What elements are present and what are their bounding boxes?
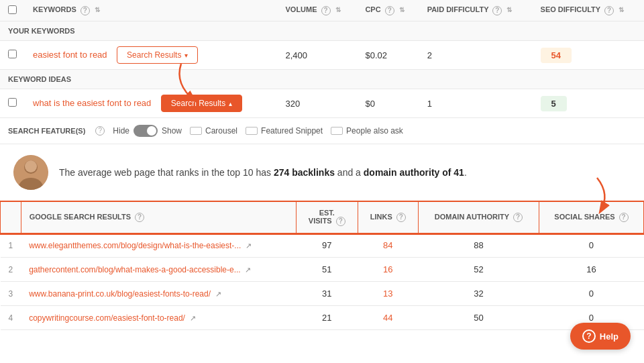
- result-url-cell: www.banana-print.co.uk/blog/easiest-font…: [21, 282, 296, 306]
- avatar: [13, 155, 48, 190]
- featured-snippet-label: Featured Snippet: [261, 126, 323, 136]
- paid-sort-icon[interactable]: ⇅: [506, 6, 512, 13]
- domain-authority-header: DOMAIN AUTHORITY ?: [418, 202, 539, 234]
- social-shares-header: SOCIAL SHARES ?: [539, 202, 643, 234]
- external-link-icon: ↗: [190, 314, 196, 322]
- backlinks-value: 274 backlinks: [274, 167, 335, 178]
- result-links: 16: [358, 258, 418, 282]
- table-row: easiest font to read Search Results ▾ 2,…: [0, 41, 644, 70]
- results-table-row: 3 www.banana-print.co.uk/blog/easiest-fo…: [1, 282, 644, 306]
- row1-cpc: $0.02: [357, 41, 419, 70]
- volume-sort-icon[interactable]: ⇅: [335, 6, 341, 13]
- people-also-ask-label: People also ask: [346, 126, 403, 136]
- info-box: The average web page that ranks in the t…: [0, 144, 644, 201]
- result-est-visits: 31: [296, 282, 358, 306]
- search-features-info-icon[interactable]: ?: [95, 126, 105, 136]
- cpc-header: CPC ? ⇅: [357, 0, 419, 21]
- search-feature-carousel: Carousel: [190, 126, 237, 136]
- domain-authority-value: domain authority of 41: [364, 167, 464, 178]
- gsr-info-icon[interactable]: ?: [135, 213, 144, 222]
- result-social-shares: 0: [539, 234, 643, 258]
- row2-seo-difficulty: 5: [533, 89, 644, 118]
- paid-info-icon[interactable]: ?: [492, 6, 502, 15]
- row2-paid-difficulty: 1: [419, 89, 533, 118]
- table-row: what is the easiest font to read Search …: [0, 89, 644, 118]
- result-url-link[interactable]: www.elegantthemes.com/blog/design/what-i…: [29, 241, 241, 250]
- help-question-icon: ?: [582, 329, 596, 343]
- seo-difficulty-header: SEO DIFFICULTY ? ⇅: [533, 0, 644, 21]
- search-feature-featured-snippet: Featured Snippet: [246, 126, 323, 136]
- result-domain-authority: 50: [418, 306, 539, 330]
- row2-search-results-btn[interactable]: Search Results ▴: [161, 95, 242, 112]
- result-url-cell: www.elegantthemes.com/blog/design/what-i…: [21, 234, 296, 258]
- result-rank: 2: [1, 258, 21, 282]
- results-section: GOOGLE SEARCH RESULTS ? EST.VISITS ? LIN…: [0, 201, 644, 330]
- seo-info-icon[interactable]: ?: [604, 6, 614, 15]
- keywords-sort-icon[interactable]: ⇅: [95, 6, 100, 13]
- ss-info-icon[interactable]: ?: [619, 213, 629, 222]
- avatar-image: [13, 155, 48, 190]
- row2-keyword-link[interactable]: what is the easiest font to read: [33, 98, 151, 108]
- row2-checkbox[interactable]: [8, 98, 17, 107]
- search-feature-people-also-ask: People also ask: [331, 126, 403, 136]
- search-features-toggle: Hide Show: [113, 125, 182, 137]
- result-url-link[interactable]: www.banana-print.co.uk/blog/easiest-font…: [29, 289, 211, 299]
- result-links: 84: [358, 234, 418, 258]
- your-keywords-section: YOUR KEYWORDS: [0, 21, 644, 41]
- keywords-info-icon[interactable]: ?: [80, 6, 90, 15]
- volume-info-icon[interactable]: ?: [321, 6, 331, 15]
- google-search-results-header: GOOGLE SEARCH RESULTS ?: [21, 202, 296, 234]
- row1-paid-difficulty: 2: [419, 41, 533, 70]
- links-header: LINKS ?: [358, 202, 418, 234]
- result-url-cell: copywritingcourse.com/easiest-font-to-re…: [21, 306, 296, 330]
- result-links: 44: [358, 306, 418, 330]
- help-label: Help: [600, 331, 619, 342]
- est-visits-header: EST.VISITS ?: [296, 202, 358, 234]
- results-table-row: 2 gathercontent.com/blog/what-makes-a-go…: [1, 258, 644, 282]
- volume-header: VOLUME ? ⇅: [278, 0, 358, 21]
- featured-snippet-feature-icon: [246, 127, 258, 135]
- result-social-shares: 0: [539, 282, 643, 306]
- result-est-visits: 97: [296, 234, 358, 258]
- row1-search-results-btn[interactable]: Search Results ▾: [117, 46, 198, 64]
- result-domain-authority: 32: [418, 282, 539, 306]
- result-url-link[interactable]: copywritingcourse.com/easiest-font-to-re…: [29, 313, 185, 323]
- result-est-visits: 21: [296, 306, 358, 330]
- result-rank: 1: [1, 234, 21, 258]
- external-link-icon: ↗: [245, 266, 251, 274]
- result-domain-authority: 88: [418, 234, 539, 258]
- search-features-bar: SEARCH FEATURE(S) ? Hide Show Carousel F…: [0, 118, 644, 144]
- row1-checkbox[interactable]: [8, 50, 17, 58]
- row1-seo-difficulty: 54: [533, 41, 644, 70]
- external-link-icon: ↗: [215, 290, 221, 298]
- result-social-shares: 16: [539, 258, 643, 282]
- row2-btn-arrow-icon: ▴: [229, 100, 232, 107]
- carousel-feature-icon: [190, 127, 202, 135]
- search-features-label: SEARCH FEATURE(S): [8, 127, 85, 135]
- da-info-icon[interactable]: ?: [513, 213, 523, 222]
- result-rank: 3: [1, 282, 21, 306]
- help-button[interactable]: ? Help: [570, 323, 631, 350]
- seo-sort-icon[interactable]: ⇅: [619, 6, 624, 13]
- result-url-cell: gathercontent.com/blog/what-makes-a-good…: [21, 258, 296, 282]
- keywords-header: KEYWORDS ? ⇅: [25, 0, 278, 21]
- row1-btn-arrow-icon: ▾: [184, 52, 188, 59]
- result-links: 13: [358, 282, 418, 306]
- hide-show-toggle[interactable]: [133, 125, 158, 137]
- external-link-icon: ↗: [246, 242, 252, 250]
- cpc-sort-icon[interactable]: ⇅: [399, 6, 405, 13]
- people-also-ask-feature-icon: [331, 127, 343, 135]
- result-url-link[interactable]: gathercontent.com/blog/what-makes-a-good…: [29, 265, 241, 274]
- cpc-info-icon[interactable]: ?: [385, 6, 394, 15]
- est-visits-info-icon[interactable]: ?: [336, 217, 345, 226]
- info-text: The average web page that ranks in the t…: [59, 166, 467, 180]
- row1-volume: 2,400: [278, 41, 358, 70]
- toggle-hide-label: Hide: [113, 126, 129, 136]
- svg-point-4: [25, 160, 37, 172]
- select-all-checkbox[interactable]: [8, 5, 17, 14]
- links-info-icon[interactable]: ?: [396, 213, 406, 222]
- result-rank: 4: [1, 306, 21, 330]
- row1-keyword-link[interactable]: easiest font to read: [33, 50, 107, 60]
- toggle-show-label: Show: [162, 126, 182, 136]
- row2-cpc: $0: [357, 89, 419, 118]
